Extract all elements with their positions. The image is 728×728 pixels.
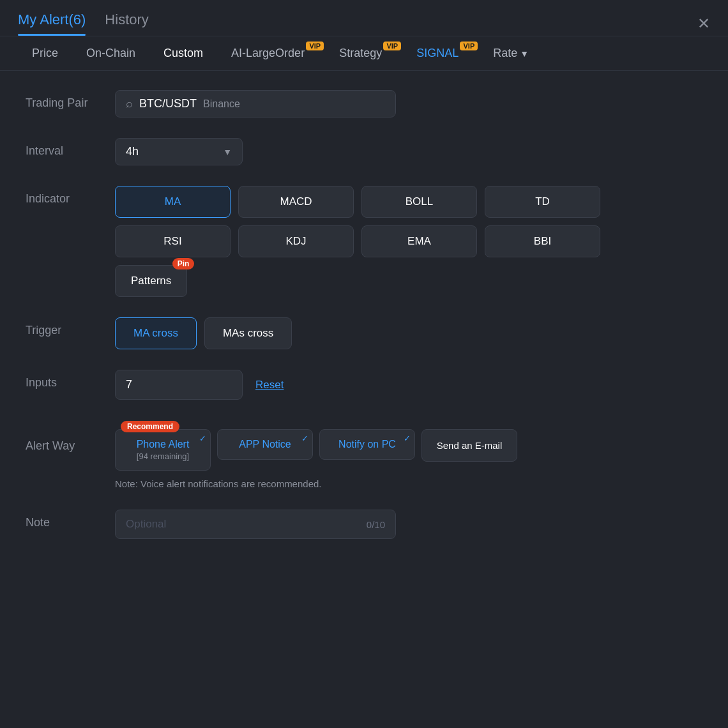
- inputs-row-inner: ▲ ▼ Reset: [115, 370, 702, 400]
- interval-row: Interval 4h ▼: [26, 138, 702, 165]
- alert-way-email[interactable]: Send an E-mail: [421, 429, 517, 462]
- interval-label: Interval: [26, 138, 115, 158]
- trigger-ma-cross[interactable]: MA cross: [115, 317, 197, 349]
- indicator-control: MA MACD BOLL TD RSI KDJ EMA BBI Patterns…: [115, 186, 702, 297]
- indicator-rsi[interactable]: RSI: [115, 225, 231, 257]
- trigger-mas-cross[interactable]: MAs cross: [204, 317, 292, 349]
- close-button[interactable]: ✕: [697, 16, 710, 31]
- subnav-signal[interactable]: SIGNAL VIP: [402, 36, 479, 70]
- note-input-wrap[interactable]: Optional 0/10: [115, 510, 396, 539]
- trigger-label: Trigger: [26, 317, 115, 337]
- trading-pair-label: Trading Pair: [26, 90, 115, 110]
- interval-dropdown-arrow: ▼: [223, 147, 232, 157]
- trigger-group: MA cross MAs cross: [115, 317, 702, 349]
- subnav-price[interactable]: Price: [18, 36, 72, 70]
- number-input-wrap: ▲ ▼: [115, 370, 243, 400]
- note-label: Note: [26, 510, 115, 529]
- subnav-rate[interactable]: Rate ▼: [479, 36, 543, 70]
- note-row: Note Optional 0/10: [26, 510, 702, 539]
- pc-check-icon: ✓: [404, 434, 411, 443]
- tab-my-alert[interactable]: My Alert(6): [18, 11, 86, 36]
- alert-way-app[interactable]: APP Notice ✓: [217, 429, 313, 460]
- indicator-boll[interactable]: BOLL: [361, 186, 477, 218]
- interval-control: 4h ▼: [115, 138, 702, 165]
- indicator-grid: MA MACD BOLL TD RSI KDJ EMA BBI: [115, 186, 600, 257]
- search-icon: ⌕: [126, 97, 133, 110]
- header: My Alert(6) History ✕: [0, 0, 728, 36]
- pin-badge: Pin: [172, 258, 195, 269]
- vip-badge-signal: VIP: [460, 42, 478, 50]
- inputs-number-field[interactable]: [116, 370, 243, 399]
- trading-pair-row: Trading Pair ⌕ BTC/USDT Binance: [26, 90, 702, 118]
- trigger-control: MA cross MAs cross: [115, 317, 702, 349]
- alert-way-pc[interactable]: Notify on PC ✓: [319, 429, 415, 460]
- indicator-label: Indicator: [26, 186, 115, 206]
- app-container: My Alert(6) History ✕ Price On-Chain Cus…: [0, 0, 728, 728]
- subnav-custom[interactable]: Custom: [149, 36, 217, 70]
- phone-remaining: [94 remaining]: [126, 451, 200, 461]
- alert-way-group: Recommend Phone Alert ✓ [94 remaining] A…: [115, 420, 702, 471]
- alert-note: Note: Voice alert notifications are reco…: [115, 478, 702, 489]
- alert-way-row: Alert Way Recommend Phone Alert ✓ [94 re…: [26, 420, 702, 489]
- app-check-icon: ✓: [301, 434, 308, 443]
- phone-check-icon: ✓: [199, 434, 206, 443]
- alert-way-control: Recommend Phone Alert ✓ [94 remaining] A…: [115, 420, 702, 489]
- interval-value: 4h: [126, 145, 139, 158]
- indicator-row: Indicator MA MACD BOLL TD RSI KDJ EMA BB…: [26, 186, 702, 297]
- indicator-ema[interactable]: EMA: [361, 225, 477, 257]
- indicator-ma[interactable]: MA: [115, 186, 231, 218]
- reset-link[interactable]: Reset: [255, 379, 284, 391]
- subnav-onchain[interactable]: On-Chain: [72, 36, 149, 70]
- vip-badge-ailargeorder: VIP: [306, 42, 324, 50]
- interval-select[interactable]: 4h ▼: [115, 138, 243, 165]
- subnav-ailargeorder[interactable]: AI-LargeOrder VIP: [217, 36, 325, 70]
- indicator-patterns[interactable]: Patterns Pin: [115, 265, 187, 297]
- indicator-td[interactable]: TD: [485, 186, 600, 218]
- indicator-bbi[interactable]: BBI: [485, 225, 600, 257]
- recommend-badge: Recommend: [121, 421, 179, 432]
- content-area: Trading Pair ⌕ BTC/USDT Binance Interval…: [0, 71, 728, 728]
- alert-way-label: Alert Way: [26, 420, 115, 453]
- inputs-row: Inputs ▲ ▼ Reset: [26, 370, 702, 400]
- inputs-label: Inputs: [26, 370, 115, 390]
- subnav: Price On-Chain Custom AI-LargeOrder VIP …: [0, 36, 728, 71]
- tab-history[interactable]: History: [105, 11, 148, 36]
- rate-dropdown-arrow: ▼: [520, 49, 529, 59]
- trigger-row: Trigger MA cross MAs cross: [26, 317, 702, 349]
- trading-pair-input[interactable]: ⌕ BTC/USDT Binance: [115, 90, 396, 118]
- subnav-strategy[interactable]: Strategy VIP: [325, 36, 402, 70]
- exchange-name: Binance: [203, 98, 240, 110]
- note-counter: 0/10: [367, 519, 385, 530]
- indicator-kdj[interactable]: KDJ: [238, 225, 354, 257]
- pair-name: BTC/USDT: [139, 97, 197, 110]
- patterns-row: Patterns Pin: [115, 265, 702, 297]
- header-tabs: My Alert(6) History: [18, 11, 149, 36]
- indicator-macd[interactable]: MACD: [238, 186, 354, 218]
- alert-way-phone[interactable]: Recommend Phone Alert ✓ [94 remaining]: [115, 429, 211, 471]
- trading-pair-control: ⌕ BTC/USDT Binance: [115, 90, 702, 118]
- inputs-control: ▲ ▼ Reset: [115, 370, 702, 400]
- note-placeholder: Optional: [126, 518, 166, 531]
- note-control: Optional 0/10: [115, 510, 702, 539]
- vip-badge-strategy: VIP: [383, 42, 401, 50]
